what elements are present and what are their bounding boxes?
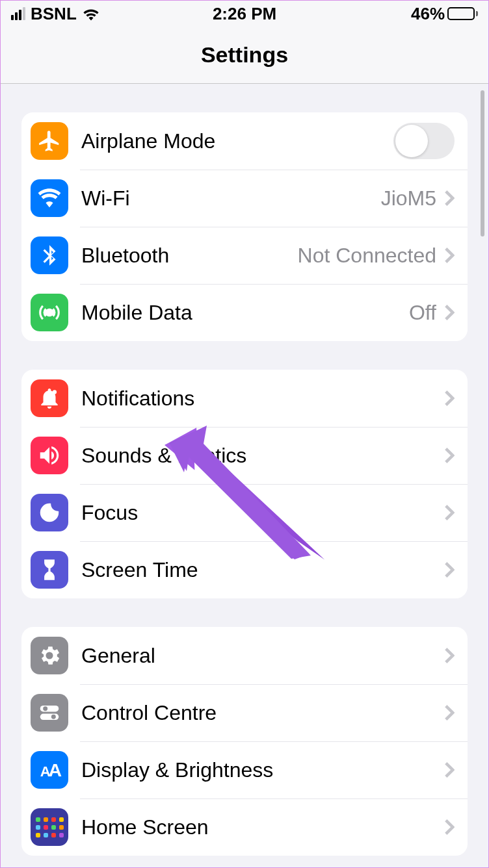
chevron-right-icon [444,247,455,264]
display-icon: AA [31,751,68,789]
airplane-toggle[interactable] [393,123,455,159]
bluetooth-icon [31,236,68,274]
row-label: Sounds & Haptics [81,444,444,468]
row-mobile-data[interactable]: Mobile Data Off [21,284,468,341]
row-screentime[interactable]: Screen Time [21,541,468,598]
row-label: Bluetooth [81,244,298,268]
row-label: General [81,644,444,668]
status-left: BSNL [11,4,213,24]
wifi-icon [82,6,100,21]
notifications-icon [31,379,68,417]
chevron-right-icon [444,819,455,836]
row-value: Off [409,301,436,325]
row-label: Airplane Mode [81,129,393,153]
carrier-label: BSNL [31,4,77,24]
page-title: Settings [1,27,488,84]
settings-content: Airplane Mode Wi-Fi JioM5 Bluetooth Not … [1,84,488,867]
chevron-right-icon [444,704,455,721]
row-label: Control Centre [81,701,444,725]
row-value: JioM5 [381,186,436,211]
row-focus[interactable]: Focus [21,484,468,541]
svg-rect-2 [40,714,59,721]
chevron-right-icon [444,447,455,464]
chevron-right-icon [444,504,455,521]
screentime-icon [31,551,68,589]
row-label: Mobile Data [81,301,409,325]
svg-rect-0 [40,706,59,712]
row-label: Home Screen [81,815,444,839]
svg-point-3 [51,715,56,719]
section-connectivity: Airplane Mode Wi-Fi JioM5 Bluetooth Not … [21,112,468,341]
row-airplane[interactable]: Airplane Mode [21,112,468,170]
svg-text:A: A [48,760,62,780]
row-label: Screen Time [81,558,444,582]
row-label: Display & Brightness [81,758,444,782]
sounds-icon [31,437,68,474]
battery-percent: 46% [411,4,445,24]
row-bluetooth[interactable]: Bluetooth Not Connected [21,227,468,284]
chevron-right-icon [444,304,455,321]
section-general: General Control Centre AA Display & Brig… [21,627,468,856]
battery-icon [447,7,478,20]
status-right: 46% [276,4,478,24]
status-time: 2:26 PM [213,4,276,24]
row-label: Focus [81,501,444,525]
chevron-right-icon [444,190,455,207]
row-display[interactable]: AA Display & Brightness [21,741,468,798]
wifi-icon [31,179,68,217]
row-sounds[interactable]: Sounds & Haptics [21,427,468,484]
chevron-right-icon [444,561,455,578]
row-general[interactable]: General [21,627,468,684]
chevron-right-icon [444,761,455,778]
chevron-right-icon [444,390,455,407]
row-label: Wi-Fi [81,186,381,211]
general-icon [31,637,68,674]
homescreen-icon [31,808,68,846]
chevron-right-icon [444,647,455,664]
scrollbar[interactable] [481,90,484,236]
svg-point-1 [43,706,47,711]
cellular-signal-icon [11,7,25,20]
controlcentre-icon [31,694,68,732]
row-wifi[interactable]: Wi-Fi JioM5 [21,170,468,227]
row-homescreen[interactable]: Home Screen [21,798,468,856]
section-notifications: Notifications Sounds & Haptics Focus Scr… [21,370,468,598]
focus-icon [31,494,68,531]
row-label: Notifications [81,387,444,411]
airplane-icon [31,122,68,160]
row-notifications[interactable]: Notifications [21,370,468,427]
row-controlcentre[interactable]: Control Centre [21,684,468,741]
cellular-icon [31,294,68,331]
row-value: Not Connected [298,244,436,268]
status-bar: BSNL 2:26 PM 46% [1,1,488,27]
